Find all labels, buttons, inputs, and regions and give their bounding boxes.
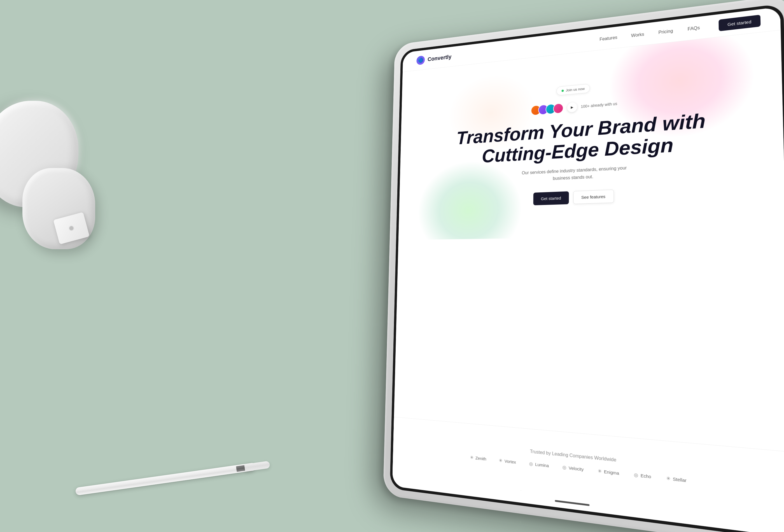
social-proof-text: 100+ already with us <box>581 102 617 109</box>
company-enigma: ✳ Enigma <box>598 468 619 476</box>
company-echo: ◎ Echo <box>634 472 651 479</box>
hero-cta-buttons: Get started See features <box>533 190 614 205</box>
company-velocity: ◎ Velocity <box>562 464 584 472</box>
stellar-label: Stellar <box>673 476 687 483</box>
navbar-cta-button[interactable]: Get started <box>719 15 760 31</box>
enigma-label: Enigma <box>604 469 619 476</box>
velocity-icon: ◎ <box>562 464 566 470</box>
echo-icon: ◎ <box>634 472 638 478</box>
avatar-group <box>531 103 563 116</box>
company-stellar: ✳ Stellar <box>666 475 687 483</box>
logo-area: 🔵 Convertly <box>416 52 451 65</box>
play-button[interactable]: ▶ <box>567 102 577 113</box>
nav-pricing[interactable]: Pricing <box>658 28 673 35</box>
ipad-screen: 🔵 Convertly Features Works Pricing FAQs … <box>392 7 784 532</box>
company-lumina: ◎ Lumina <box>529 461 549 469</box>
enigma-icon: ✳ <box>598 468 602 474</box>
join-badge: Join us now <box>556 84 590 95</box>
hero-see-features-button[interactable]: See features <box>573 190 614 204</box>
hero-title: Transform Your Brand with Cutting-Edge D… <box>456 110 706 168</box>
hero-subtitle: Our services define industry standards, … <box>522 164 627 184</box>
ipad-device: 🔵 Convertly Features Works Pricing FAQs … <box>280 0 784 532</box>
ipad-bezel: 🔵 Convertly Features Works Pricing FAQs … <box>390 3 784 532</box>
vortex-icon: ✳ <box>499 457 503 464</box>
trusted-section: Trusted by Leading Companies Worldwide ✳… <box>393 417 784 518</box>
nav-links: Features Works Pricing FAQs <box>599 25 700 42</box>
logo-icon: 🔵 <box>416 55 425 65</box>
status-dot <box>561 90 564 92</box>
vortex-label: Vortex <box>505 459 516 465</box>
hero-get-started-button[interactable]: Get started <box>533 191 569 205</box>
lumina-label: Lumina <box>535 462 549 468</box>
website-display: 🔵 Convertly Features Works Pricing FAQs … <box>392 7 784 532</box>
company-zenith: ✳ Zenith <box>470 455 486 462</box>
home-indicator <box>555 500 590 506</box>
nav-works[interactable]: Works <box>631 32 644 38</box>
ipad-case: 🔵 Convertly Features Works Pricing FAQs … <box>383 0 784 532</box>
zenith-label: Zenith <box>475 455 486 461</box>
company-vortex: ✳ Vortex <box>499 457 516 465</box>
join-badge-text: Join us now <box>566 87 585 93</box>
zenith-icon: ✳ <box>470 455 473 460</box>
pencil-band <box>236 465 245 472</box>
logo-text: Convertly <box>427 54 452 63</box>
echo-label: Echo <box>640 473 651 479</box>
headphones-decoration <box>0 78 151 274</box>
nav-faqs[interactable]: FAQs <box>688 25 700 32</box>
velocity-label: Velocity <box>569 465 584 472</box>
stellar-icon: ✳ <box>666 475 670 482</box>
nav-features[interactable]: Features <box>599 35 617 42</box>
trusted-heading: Trusted by Leading Companies Worldwide <box>530 449 616 463</box>
lumina-icon: ◎ <box>529 461 533 467</box>
avatar <box>553 103 563 114</box>
social-proof: ▶ 100+ already with us <box>531 99 617 116</box>
